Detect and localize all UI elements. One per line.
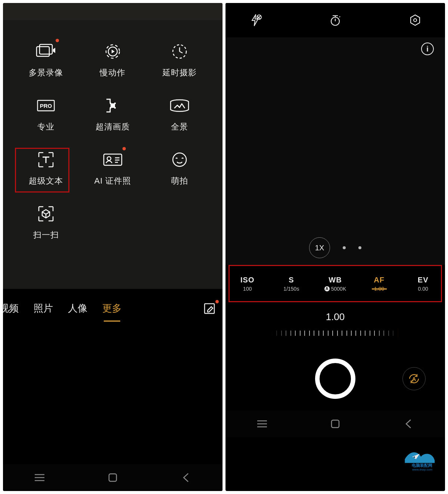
pro-icon: PRO: [35, 95, 56, 116]
mode-super-text[interactable]: 超级文本: [18, 149, 74, 187]
mode-label: 全景: [171, 121, 188, 132]
af-current-value: 1.00: [326, 311, 345, 323]
svg-point-37: [414, 19, 417, 22]
scan-icon: [35, 203, 56, 224]
svg-rect-14: [110, 107, 111, 109]
zoom-selector: 1X: [225, 237, 445, 258]
system-nav-bar: [3, 464, 223, 491]
param-title: ISO: [240, 276, 254, 284]
info-button[interactable]: i: [421, 43, 434, 55]
camera-top-bar: [225, 3, 445, 37]
mode-scan[interactable]: 扫一扫: [18, 203, 74, 241]
super-text-icon: [35, 149, 56, 170]
param-value: 100: [243, 286, 252, 292]
mode-label: 超清画质: [96, 121, 130, 132]
zoom-level-dot[interactable]: [358, 246, 361, 249]
nav-back-icon[interactable]: [178, 470, 193, 485]
svg-text:www.dnzp.com: www.dnzp.com: [412, 468, 432, 471]
nav-recent-icon[interactable]: [32, 470, 47, 485]
svg-rect-15: [114, 107, 116, 109]
param-value: 1/150s: [283, 286, 299, 292]
zoom-level-dot[interactable]: [343, 246, 346, 249]
svg-text:电脑装配网: 电脑装配网: [412, 463, 433, 468]
pro-param-shutter[interactable]: S 1/150s: [270, 276, 314, 292]
svg-line-8: [180, 51, 183, 53]
badge-dot: [215, 300, 219, 303]
mode-ai-id-photo[interactable]: AI 证件照: [85, 149, 141, 187]
svg-marker-42: [412, 454, 420, 459]
mode-label: 延时摄影: [162, 67, 197, 78]
svg-marker-5: [112, 50, 115, 53]
mode-label: 萌拍: [171, 175, 188, 187]
tab-photo[interactable]: 照片: [34, 302, 53, 315]
svg-point-43: [414, 456, 415, 458]
mode-label: 专业: [37, 121, 55, 132]
auto-badge-icon: A: [324, 286, 330, 291]
zoom-value: 1X: [315, 244, 324, 252]
zoom-1x-chip[interactable]: 1X: [309, 237, 330, 258]
auto-cycle-button[interactable]: A: [402, 367, 426, 390]
badge-dot: [122, 147, 126, 150]
mode-label: 超级文本: [29, 175, 63, 187]
tab-more[interactable]: 更多: [102, 302, 122, 315]
param-title: WB: [329, 276, 342, 284]
mode-ultra-hd[interactable]: 超清画质: [85, 95, 141, 132]
mode-moe-capture[interactable]: 萌拍: [152, 149, 208, 187]
system-nav-bar: [225, 410, 445, 437]
flash-off-icon[interactable]: [248, 13, 263, 28]
timer-icon[interactable]: [328, 13, 343, 28]
svg-line-35: [339, 16, 340, 17]
mode-label: AI 证件照: [94, 175, 131, 187]
slow-motion-icon: [102, 41, 123, 62]
af-slider-area: 1.00: [225, 302, 445, 347]
svg-rect-26: [109, 474, 116, 481]
nav-back-icon[interactable]: [401, 416, 416, 431]
svg-rect-13: [114, 103, 116, 104]
mode-multi-record[interactable]: 多景录像: [18, 41, 74, 78]
shutter-button[interactable]: [315, 359, 355, 399]
param-title: EV: [418, 276, 429, 284]
svg-rect-12: [110, 103, 111, 104]
nav-home-icon[interactable]: [105, 470, 120, 485]
screenshot-left: 多景录像 慢动作: [3, 3, 223, 491]
nav-recent-icon[interactable]: [255, 416, 270, 431]
edit-icon: [203, 302, 216, 315]
mode-panorama[interactable]: 全景: [152, 95, 208, 132]
pro-param-af[interactable]: AF 1.00: [357, 276, 401, 292]
svg-point-17: [107, 157, 111, 160]
svg-marker-36: [411, 15, 420, 25]
screenshot-right: i 1X ISO 100 S 1/150s WB: [225, 3, 445, 491]
nav-home-icon[interactable]: [328, 416, 343, 431]
tab-video[interactable]: 视频: [3, 302, 19, 315]
mode-label: 扫一扫: [33, 229, 59, 241]
pro-parameters-strip: ISO 100 S 1/150s WB A 5000K AF 1.00 EV 0…: [225, 265, 445, 302]
panorama-icon: [169, 95, 190, 116]
pro-param-ev[interactable]: EV 0.00: [401, 276, 445, 292]
param-value: 1.00: [374, 286, 384, 292]
ultra-hd-icon: [102, 95, 123, 116]
info-glyph: i: [426, 45, 429, 53]
badge-dot: [56, 39, 59, 42]
moe-icon: [169, 149, 190, 170]
value-ruler[interactable]: [272, 328, 399, 338]
camera-viewfinder[interactable]: i 1X: [225, 37, 445, 265]
svg-rect-41: [332, 420, 339, 428]
mode-label: 多景录像: [29, 67, 63, 78]
mode-timelapse[interactable]: 延时摄影: [152, 41, 208, 78]
source-watermark: 电脑装配网 www.dnzp.com: [402, 449, 443, 472]
edit-layout-button[interactable]: [203, 302, 216, 315]
mode-pro[interactable]: PRO 专业: [18, 95, 74, 132]
cycle-letter: A: [412, 376, 416, 382]
pro-param-wb[interactable]: WB A 5000K: [313, 276, 357, 292]
mode-label: 慢动作: [100, 67, 125, 78]
param-title: AF: [374, 276, 385, 284]
shutter-row: A: [225, 347, 445, 410]
param-title: S: [289, 276, 294, 284]
tab-portrait[interactable]: 人像: [68, 302, 87, 315]
hex-settings-icon[interactable]: [408, 13, 423, 28]
pro-param-iso[interactable]: ISO 100: [225, 276, 270, 292]
timelapse-icon: [169, 41, 190, 62]
status-bar: [3, 3, 223, 20]
mode-slow-motion[interactable]: 慢动作: [85, 41, 141, 78]
camera-mode-tabs: 视频 照片 人像 更多: [3, 289, 223, 328]
